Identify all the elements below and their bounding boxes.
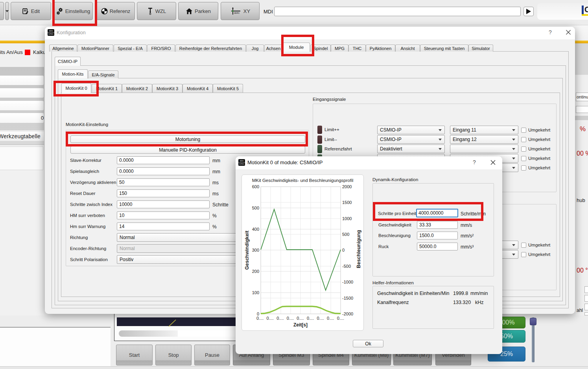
svg-text:ZERO: ZERO <box>234 12 240 14</box>
